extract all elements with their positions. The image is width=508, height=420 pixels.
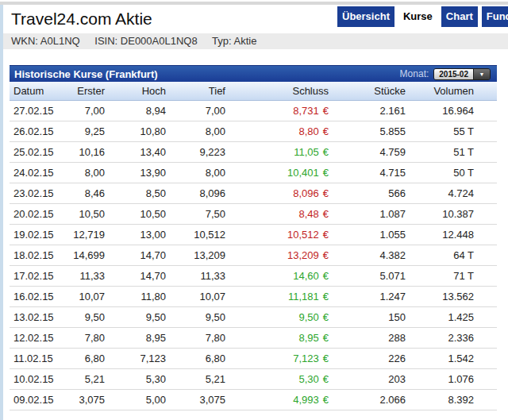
cell-tief: 8,00 (166, 121, 225, 141)
cell-stuecke: 288 (329, 327, 406, 348)
cell-schluss: 8,80€ (225, 121, 329, 141)
cell-tief: 11,33 (166, 265, 225, 286)
cell-stuecke: 4.382 (329, 245, 406, 265)
cell-datum: 24.02.15 (10, 162, 56, 183)
cell-schluss: 13,209€ (225, 245, 329, 265)
cell-tief: 7,50 (166, 203, 225, 224)
cell-datum: 17.02.15 (10, 265, 56, 286)
cell-erster: 10,07 (56, 286, 105, 306)
cell-stuecke: 5.071 (329, 265, 406, 286)
cell-datum: 25.02.15 (10, 141, 56, 162)
table-row: 20.02.15 10,50 10,50 7,50 8,48€ 1.087 10… (10, 203, 497, 224)
cell-hoch: 8,50 (105, 183, 166, 203)
cell-erster: 14,699 (56, 245, 105, 265)
cell-stuecke: 4.759 (329, 141, 406, 162)
cell-volumen: 51 T (406, 141, 497, 162)
cell-datum: 12.02.15 (10, 327, 56, 348)
month-label: Monat: (400, 68, 429, 79)
tab-uebersicht[interactable]: Übersicht (337, 6, 394, 27)
cell-schluss: 8,731€ (225, 100, 329, 121)
col-header-stuecke: Stücke (329, 82, 406, 100)
table-row: 18.02.15 14,699 14,70 13,209 13,209€ 4.3… (10, 245, 497, 265)
cell-schluss: 11,181€ (225, 286, 329, 306)
cell-datum: 23.02.15 (10, 183, 56, 203)
cell-stuecke: 4.715 (329, 162, 406, 183)
cell-volumen: 1.425 (406, 306, 497, 327)
cell-schluss: 10,401€ (225, 162, 329, 183)
table-row: 26.02.15 9,25 10,80 8,00 8,80€ 5.855 55 … (10, 121, 497, 141)
cell-hoch: 10,80 (105, 121, 166, 141)
wkn-value: WKN: A0L1NQ (11, 35, 80, 47)
table-row: 10.02.15 5,21 5,30 5,21 5,30€ 203 1.076 (10, 368, 497, 389)
cell-tief: 9,223 (166, 141, 225, 162)
cell-tief: 8,00 (166, 162, 225, 183)
cell-tief: 9,50 (166, 306, 225, 327)
historical-prices-panel: Historische Kurse (Frankfurt) Monat: 201… (10, 65, 497, 410)
table-row: 11.02.15 6,80 7,123 6,80 7,123€ 226 1.54… (10, 348, 497, 368)
cell-datum: 19.02.15 (10, 224, 56, 245)
cell-volumen: 50 T (406, 162, 497, 183)
col-header-tief: Tief (166, 82, 225, 100)
header: Travel24.com Aktie ÜbersichtKurseChartFu… (11, 6, 508, 33)
month-select[interactable]: 2015-02 ▼ (433, 68, 491, 80)
cell-hoch: 7,123 (105, 348, 166, 368)
cell-hoch: 5,30 (105, 368, 166, 389)
cell-datum: 09.02.15 (10, 389, 56, 410)
price-table-header: Datum Erster Hoch Tief Schluss Stücke Vo… (10, 82, 497, 100)
tab-kurse[interactable]: Kurse (398, 6, 437, 31)
cell-stuecke: 2.066 (329, 389, 406, 410)
table-row: 19.02.15 12,719 13,00 10,512 10,512€ 1.0… (10, 224, 497, 245)
cell-schluss: 14,60€ (225, 265, 329, 286)
cell-volumen: 8.392 (406, 389, 497, 410)
price-table: Datum Erster Hoch Tief Schluss Stücke Vo… (10, 82, 497, 410)
cell-erster: 11,33 (56, 265, 105, 286)
chevron-down-icon[interactable]: ▼ (473, 69, 490, 79)
panel-header: Historische Kurse (Frankfurt) Monat: 201… (10, 65, 497, 82)
cell-datum: 10.02.15 (10, 368, 56, 389)
header-row: Datum Erster Hoch Tief Schluss Stücke Vo… (10, 82, 497, 100)
table-row: 13.02.15 9,50 9,50 9,50 9,50€ 150 1.425 (10, 306, 497, 327)
cell-datum: 16.02.15 (10, 286, 56, 306)
table-row: 27.02.15 7,00 8,94 7,00 8,731€ 2.161 16.… (10, 100, 497, 121)
col-header-schluss: Schluss (225, 82, 329, 100)
col-header-erster: Erster (56, 82, 105, 100)
cell-stuecke: 226 (329, 348, 406, 368)
page: Travel24.com Aktie ÜbersichtKurseChartFu… (0, 0, 508, 420)
cell-schluss: 7,123€ (225, 348, 329, 368)
cell-schluss: 11,05€ (225, 141, 329, 162)
cell-hoch: 10,50 (105, 203, 166, 224)
tab-chart[interactable]: Chart (441, 6, 478, 27)
cell-tief: 6,80 (166, 348, 225, 368)
col-header-datum: Datum (10, 82, 56, 100)
cell-schluss: 10,512€ (225, 224, 329, 245)
table-row: 23.02.15 8,46 8,50 8,096 8,096€ 566 4.72… (10, 183, 497, 203)
cell-stuecke: 203 (329, 368, 406, 389)
cell-stuecke: 1.087 (329, 203, 406, 224)
cell-schluss: 5,30€ (225, 368, 329, 389)
cell-erster: 7,00 (56, 100, 105, 121)
cell-stuecke: 150 (329, 306, 406, 327)
cell-stuecke: 566 (329, 183, 406, 203)
cell-hoch: 8,95 (105, 327, 166, 348)
col-header-volumen: Volumen (406, 82, 497, 100)
left-accent-border (0, 5, 3, 420)
cell-datum: 13.02.15 (10, 306, 56, 327)
cell-schluss: 9,50€ (225, 306, 329, 327)
cell-erster: 10,50 (56, 203, 105, 224)
cell-tief: 5,21 (166, 368, 225, 389)
month-value: 2015-02 (434, 69, 473, 79)
table-row: 09.02.15 3,075 5,00 3,075 4,993€ 2.066 8… (10, 389, 497, 410)
cell-stuecke: 1.055 (329, 224, 406, 245)
cell-hoch: 9,50 (105, 306, 166, 327)
panel-title: Historische Kurse (Frankfurt) (14, 68, 400, 80)
cell-stuecke: 5.855 (329, 121, 406, 141)
cell-volumen: 16.964 (406, 100, 497, 121)
tab-fundamental[interactable]: Fundamental (482, 6, 508, 27)
cell-schluss: 4,993€ (225, 389, 329, 410)
cell-volumen: 1.542 (406, 348, 497, 368)
table-row: 12.02.15 7,80 8,95 7,80 8,95€ 288 2.336 (10, 327, 497, 348)
cell-volumen: 64 T (406, 245, 497, 265)
cell-erster: 10,16 (56, 141, 105, 162)
cell-volumen: 2.336 (406, 327, 497, 348)
cell-datum: 27.02.15 (10, 100, 56, 121)
